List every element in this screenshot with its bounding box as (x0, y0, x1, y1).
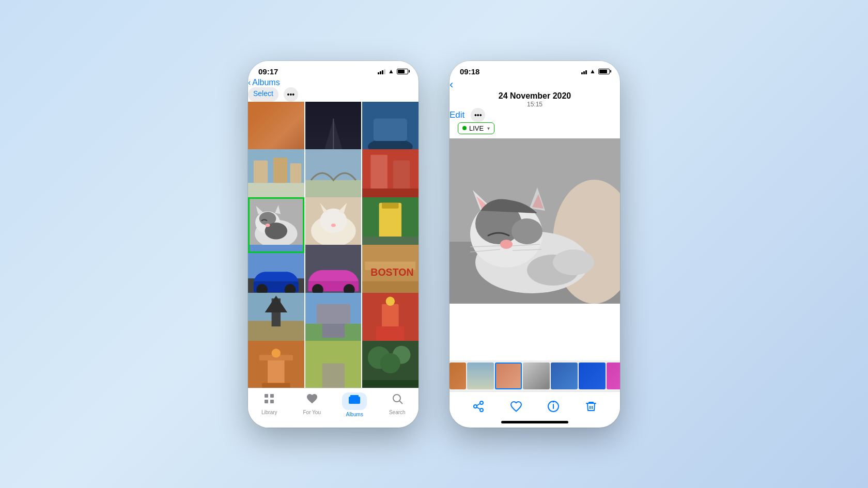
more-button-2[interactable]: ••• (471, 108, 485, 122)
back-button[interactable]: ‹ Albums (248, 78, 419, 87)
live-chevron-icon: ▾ (487, 125, 490, 131)
phones-container: 09:17 ▲ ‹ Albums Select (248, 61, 620, 428)
home-indicator (501, 421, 568, 423)
battery-icon (397, 69, 408, 74)
thumb-item[interactable] (450, 363, 466, 389)
signal-icon (378, 68, 385, 74)
tab-search[interactable]: Search (379, 392, 415, 417)
photo-cell[interactable] (248, 341, 304, 388)
cat-photo-svg (450, 138, 620, 304)
for-you-icon (306, 392, 318, 408)
svg-point-101 (553, 401, 554, 402)
svg-rect-53 (322, 324, 344, 338)
svg-line-78 (399, 401, 402, 404)
svg-rect-75 (349, 397, 360, 404)
action-bar (450, 391, 620, 419)
library-icon (263, 392, 275, 408)
tab-library[interactable]: Library (251, 392, 287, 417)
thumb-item[interactable] (495, 363, 522, 389)
tab-library-label: Library (261, 410, 277, 415)
svg-point-29 (331, 224, 336, 227)
svg-point-97 (480, 401, 483, 404)
status-bar-1: 09:17 ▲ (248, 61, 419, 78)
live-dot (462, 126, 467, 130)
back-label: Albums (252, 78, 280, 87)
thumbnail-strip (450, 360, 620, 391)
thumb-item[interactable] (523, 363, 550, 389)
photo-time: 15:15 (450, 101, 620, 108)
thumb-item[interactable] (579, 363, 606, 389)
photo-title-block: 24 November 2020 15:15 (450, 91, 620, 108)
svg-point-99 (480, 408, 483, 412)
phone-photo-detail: 09:18 ▲ ‹ 24 November 2020 15:15 (450, 61, 620, 428)
phone-albums: 09:17 ▲ ‹ Albums Select (248, 61, 419, 428)
svg-rect-71 (265, 394, 268, 398)
svg-rect-7 (254, 161, 268, 183)
edit-button[interactable]: Edit (450, 110, 464, 120)
wifi-icon-2: ▲ (590, 68, 596, 75)
svg-rect-4 (374, 118, 407, 140)
thumb-item[interactable] (607, 363, 620, 389)
wifi-icon: ▲ (388, 68, 394, 75)
svg-rect-52 (316, 304, 350, 324)
svg-rect-64 (322, 363, 344, 387)
svg-text:BOSTON: BOSTON (371, 266, 414, 278)
main-photo[interactable] (450, 138, 620, 304)
status-icons-2: ▲ (581, 68, 610, 75)
tab-bar: Library For You (248, 388, 419, 428)
info-button[interactable] (544, 397, 563, 416)
delete-button[interactable] (582, 397, 600, 416)
svg-rect-9 (290, 163, 301, 183)
main-photo-area (450, 138, 620, 391)
svg-point-61 (272, 349, 281, 357)
svg-rect-31 (379, 203, 401, 242)
nav-bar-albums: ‹ Albums Select ••• (248, 78, 419, 102)
svg-rect-72 (270, 394, 274, 398)
status-time-1: 09:17 (258, 67, 278, 76)
svg-point-69 (380, 353, 400, 373)
svg-point-90 (500, 240, 513, 249)
svg-point-77 (393, 395, 400, 402)
svg-rect-8 (273, 158, 287, 183)
svg-rect-76 (350, 395, 359, 397)
live-badge[interactable]: LIVE ▾ (458, 122, 494, 134)
svg-rect-70 (362, 380, 419, 388)
thumb-item[interactable] (551, 363, 578, 389)
status-time-2: 09:18 (460, 67, 479, 76)
tab-albums[interactable]: Albums (336, 392, 373, 417)
svg-point-98 (474, 405, 477, 408)
select-button[interactable]: Select (248, 87, 278, 102)
search-icon (391, 392, 404, 408)
live-label: LIVE (469, 124, 484, 132)
svg-rect-74 (270, 400, 274, 403)
nav-bar-detail: ‹ 24 November 2020 15:15 Edit ••• (450, 78, 620, 122)
back-button-2[interactable]: ‹ (450, 78, 453, 91)
svg-point-57 (386, 297, 395, 306)
more-button[interactable]: ••• (284, 87, 298, 102)
thumb-item[interactable] (467, 363, 494, 389)
photo-cell[interactable] (362, 341, 419, 388)
status-bar-2: 09:18 ▲ (450, 61, 620, 78)
tab-search-label: Search (389, 410, 406, 415)
signal-icon-2 (581, 68, 587, 74)
tab-for-you[interactable]: For You (294, 392, 330, 417)
svg-point-85 (512, 218, 542, 244)
svg-rect-73 (265, 400, 268, 403)
svg-rect-32 (382, 203, 399, 209)
tab-for-you-label: For You (303, 410, 321, 415)
photo-below-area (450, 304, 620, 360)
like-button[interactable] (507, 397, 525, 416)
photo-date: 24 November 2020 (450, 91, 620, 101)
svg-point-96 (553, 249, 594, 275)
photo-cell[interactable] (305, 341, 362, 388)
photo-grid: BOSTON (248, 102, 419, 388)
tab-active-bg (342, 392, 367, 410)
share-button[interactable] (469, 397, 488, 416)
svg-rect-62 (262, 383, 290, 387)
tab-albums-label: Albums (346, 412, 363, 417)
nav-actions: Select ••• (248, 87, 419, 102)
chevron-left-icon: ‹ (248, 78, 251, 87)
battery-icon-2 (598, 69, 610, 74)
albums-icon (348, 395, 361, 408)
status-icons-1: ▲ (378, 68, 408, 75)
